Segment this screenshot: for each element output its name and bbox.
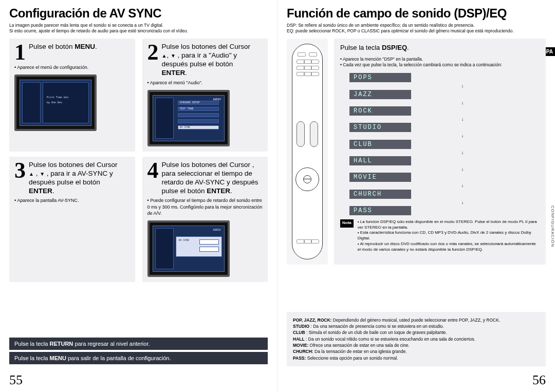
mode-movie-label: MOVIE: bbox=[293, 343, 308, 348]
mode-studio-label: STUDIO bbox=[293, 324, 309, 329]
arrow-down-icon: ↓ bbox=[385, 201, 540, 204]
footer2-bold: MENU bbox=[49, 355, 66, 361]
dsp-title-bold: DSP/EQ bbox=[382, 44, 407, 51]
dsp-bullets: Aparece la mención "DSP" en la pantalla.… bbox=[340, 57, 540, 68]
dsp-mode-hall: HALL bbox=[349, 156, 411, 165]
dsp-mode-list: POPS ↓ JAZZ ↓ ROCK ↓ STUDIO ↓ CLUB ↓ HAL… bbox=[349, 73, 540, 215]
remote-dpad-icon: ENTER bbox=[295, 167, 319, 191]
triangle-down-icon bbox=[171, 51, 176, 59]
arrow-down-icon: ↓ bbox=[385, 134, 540, 137]
nota-box: Nota La función DSP/EQ sólo está disponi… bbox=[340, 219, 540, 253]
step-1: 1 Pulse el botón MENU. Aparece el menú d… bbox=[9, 39, 135, 152]
right-subnote: DSP: Se refiere al sonido único de un am… bbox=[287, 23, 546, 33]
step-2-bullet: Aparece el menú "Audio". bbox=[147, 80, 263, 86]
step-1-title: Pulse el botón MENU. bbox=[29, 43, 130, 51]
footer1-post: para regresar al nivel anterior. bbox=[73, 341, 150, 347]
triangle-up-icon-2 bbox=[29, 170, 34, 177]
mode-hall-label: HALL bbox=[293, 337, 305, 342]
page-title-right: Función de campo de sonido (DSP)/EQ bbox=[287, 6, 546, 21]
modes-descriptions: POP, JAZZ, ROCK: Dependiendo del género … bbox=[287, 312, 546, 366]
page-55: Configuración de AV SYNC La imagen puede… bbox=[0, 0, 278, 392]
arrow-down-icon: ↓ bbox=[385, 184, 540, 187]
arrow-down-icon: ↓ bbox=[385, 84, 540, 87]
right-sub2: EQ: puede seleccionar ROCK, POP o CLASSI… bbox=[287, 28, 546, 34]
mode-pass-text: Seleccione esta opción para un sonido no… bbox=[306, 356, 398, 361]
step-2-line2: , para ir a "Audio" y bbox=[176, 51, 237, 59]
left-subnote-line1: La imagen puede parecer más lenta que el… bbox=[9, 23, 268, 28]
remote-illustration: ENTER bbox=[287, 39, 328, 265]
dsp-mode-pass: PASS bbox=[349, 206, 411, 215]
dsp-mode-club: CLUB bbox=[349, 140, 411, 149]
nota-bullet-1: La función DSP/EQ sólo está disponible e… bbox=[358, 219, 540, 231]
step-2-body: Aparece el menú "Audio". bbox=[147, 80, 263, 86]
footer2-pre: Pulse la tecla bbox=[14, 355, 49, 361]
step-3-line3: después pulse el botón bbox=[29, 178, 100, 186]
step-1-bullet: Aparece el menú de configuración. bbox=[14, 64, 130, 70]
step-2-number: 2 bbox=[147, 43, 159, 62]
arrow-down-icon: ↓ bbox=[385, 151, 540, 154]
mode-pjr-text: Dependiendo del género musical, usted pu… bbox=[331, 318, 500, 323]
dsp-mode-studio: STUDIO bbox=[349, 123, 411, 132]
step-2-enter: ENTER bbox=[162, 69, 186, 77]
step-2-title: Pulse los botones del Cursor , , para ir… bbox=[162, 43, 263, 78]
step-2: 2 Pulse los botones del Cursor , , para … bbox=[142, 39, 268, 152]
side-tab-config: CONFIGURACIÓN bbox=[550, 206, 555, 247]
nota-bullet-3: Al reproducir un disco DVD codificado co… bbox=[358, 241, 540, 253]
dsp-mode-movie: MOVIE bbox=[349, 173, 411, 182]
step-3-dot: . bbox=[52, 187, 54, 195]
footer2-post: para salir de la pantalla de configuraci… bbox=[66, 355, 171, 361]
footer1-bold: RETURN bbox=[49, 341, 73, 347]
dsp-step-panel: Pulse la tecla DSP/EQ. Aparece la menció… bbox=[334, 39, 546, 265]
arrow-down-icon: ↓ bbox=[385, 118, 540, 121]
step-4-enter: ENTER bbox=[207, 187, 230, 195]
dsp-mode-rock: ROCK bbox=[349, 106, 411, 116]
step-2-screenshot: SPEAKER SETUP TEST TONE AV-SYNC AUDIO bbox=[147, 90, 230, 146]
right-columns: ENTER Pulse la tecla DSP/EQ. Aparece la … bbox=[287, 39, 546, 265]
page-title-left: Configuración de AV SYNC bbox=[9, 6, 268, 21]
step-3-line2: , para ir a AV-SYNC y bbox=[45, 170, 113, 177]
remote-control-icon: ENTER bbox=[292, 44, 323, 259]
nota-body: La función DSP/EQ sólo está disponible e… bbox=[358, 219, 540, 253]
footer-bar-return: Pulse la tecla RETURN para regresar al n… bbox=[9, 338, 268, 350]
nota-label: Nota bbox=[340, 219, 354, 228]
step-1-body: Aparece el menú de configuración. bbox=[14, 64, 130, 70]
dsp-mode-pops: POPS bbox=[349, 73, 411, 82]
dsp-mode-jazz: JAZZ bbox=[349, 90, 411, 99]
mode-pjr-label: POP, JAZZ, ROCK: bbox=[293, 318, 331, 323]
step-4-screenshot: AV-SYNC AUDIO bbox=[147, 220, 230, 277]
mode-club-label: CLUB bbox=[293, 330, 305, 335]
left-footer-bars: Pulse la tecla RETURN para regresar al n… bbox=[9, 338, 268, 366]
step-3-number: 3 bbox=[14, 161, 26, 180]
dsp-mode-church: CHURCH bbox=[349, 190, 411, 199]
dsp-step-title: Pulse la tecla DSP/EQ. bbox=[340, 44, 540, 52]
triangle-down-icon-2 bbox=[40, 170, 45, 177]
triangle-up-icon bbox=[162, 51, 167, 59]
arrow-down-icon: ↓ bbox=[385, 167, 540, 171]
footer-bar-menu: Pulse la tecla MENU para salir de la pan… bbox=[9, 352, 268, 364]
step-4: 4 Pulse los botones del Cursor , para se… bbox=[142, 157, 268, 282]
step-3-enter: ENTER bbox=[29, 187, 52, 195]
left-subnote-line2: Si esto ocurre, ajuste el tiempo de reta… bbox=[9, 28, 268, 34]
step-4-bullet: Puede configurar el tiempo de retardo de… bbox=[147, 197, 263, 216]
nota-bullet-2: Esta característica funciona con CD, CD … bbox=[358, 230, 540, 241]
dsp-bullet-2: Cada vez que pulse la tecla, la selecció… bbox=[340, 62, 540, 68]
step-2-dot: . bbox=[185, 69, 187, 77]
step-1-title-bold: MENU bbox=[75, 43, 95, 50]
step-3-body: Aparece la pantalla AV-SYNC. bbox=[14, 197, 130, 203]
step-2-sep1: , bbox=[166, 51, 171, 59]
mode-movie-text: Ofrece una sensación de estar en una sal… bbox=[308, 343, 410, 348]
step-3-line1: Pulse los botones del Cursor bbox=[29, 161, 118, 169]
step-1-title-pre: Pulse el botón bbox=[29, 43, 75, 50]
step-3: 3 Pulse los botones del Cursor , , para … bbox=[9, 157, 135, 282]
steps-grid: 1 Pulse el botón MENU. Aparece el menú d… bbox=[9, 39, 268, 282]
step-1-screenshot: First Time Use by One Dev bbox=[14, 74, 97, 131]
step-2-line3: después pulse el botón bbox=[162, 60, 233, 68]
right-sub1: DSP: Se refiere al sonido único de un am… bbox=[287, 23, 546, 28]
step-4-dot: . bbox=[230, 187, 232, 195]
arrow-down-icon: ↓ bbox=[385, 101, 540, 104]
step-4-number: 4 bbox=[147, 161, 159, 180]
step-4-title: Pulse los botones del Cursor , para sele… bbox=[162, 161, 263, 196]
mode-church-label: CHURCH: bbox=[293, 349, 313, 354]
step-4-line4-pre: pulse el botón bbox=[162, 187, 207, 195]
mode-church-text: Da la sensación de estar en una iglesia … bbox=[313, 349, 407, 354]
